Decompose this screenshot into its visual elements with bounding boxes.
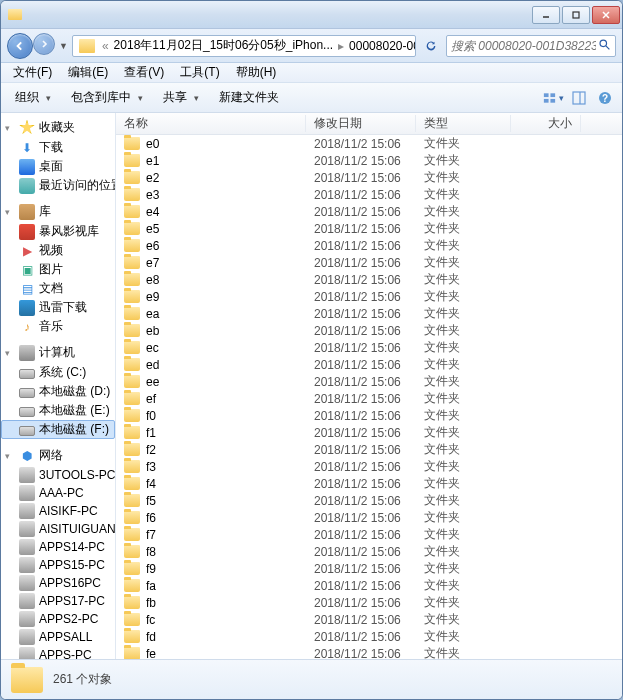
file-list[interactable]: e02018/11/2 15:06文件夹e12018/11/2 15:06文件夹… (116, 135, 622, 659)
minimize-button[interactable] (532, 6, 560, 24)
folder-row[interactable]: fe2018/11/2 15:06文件夹 (116, 645, 622, 659)
maximize-button[interactable] (562, 6, 590, 24)
folder-row[interactable]: ea2018/11/2 15:06文件夹 (116, 305, 622, 322)
nav-network-pc[interactable]: APPSALL (1, 628, 115, 646)
picture-icon: ▣ (19, 262, 35, 278)
menu-file[interactable]: 文件(F) (5, 62, 60, 83)
nav-desktop[interactable]: 桌面 (1, 157, 115, 176)
nav-network-pc[interactable]: APPS-PC (1, 646, 115, 659)
nav-network-pc[interactable]: 3UTOOLS-PC (1, 466, 115, 484)
nav-storm[interactable]: 暴风影视库 (1, 222, 115, 241)
nav-pictures[interactable]: ▣图片 (1, 260, 115, 279)
nav-music[interactable]: ♪音乐 (1, 317, 115, 336)
folder-row[interactable]: ed2018/11/2 15:06文件夹 (116, 356, 622, 373)
col-type[interactable]: 类型 (416, 115, 511, 132)
folder-row[interactable]: e92018/11/2 15:06文件夹 (116, 288, 622, 305)
nav-videos[interactable]: ▶视频 (1, 241, 115, 260)
folder-row[interactable]: e12018/11/2 15:06文件夹 (116, 152, 622, 169)
nav-libraries[interactable]: 库 (1, 201, 115, 222)
search-icon[interactable] (598, 38, 611, 54)
nav-drive-f[interactable]: 本地磁盘 (F:) (1, 420, 115, 439)
history-dropdown[interactable]: ▼ (59, 41, 68, 51)
search-box[interactable] (446, 35, 616, 57)
breadcrumb-item[interactable]: 00008020-001D38223A28002E (347, 39, 416, 53)
nav-xunlei[interactable]: 迅雷下载 (1, 298, 115, 317)
close-button[interactable] (592, 6, 620, 24)
folder-row[interactable]: ef2018/11/2 15:06文件夹 (116, 390, 622, 407)
folder-row[interactable]: f32018/11/2 15:06文件夹 (116, 458, 622, 475)
folder-row[interactable]: f72018/11/2 15:06文件夹 (116, 526, 622, 543)
folder-row[interactable]: e62018/11/2 15:06文件夹 (116, 237, 622, 254)
col-name[interactable]: 名称 (116, 115, 306, 132)
nav-item-label: APPSALL (39, 630, 92, 644)
folder-row[interactable]: eb2018/11/2 15:06文件夹 (116, 322, 622, 339)
file-date: 2018/11/2 15:06 (314, 171, 424, 185)
nav-network-pc[interactable]: APPS17-PC (1, 592, 115, 610)
back-button[interactable] (7, 33, 33, 59)
preview-pane-button[interactable] (568, 87, 590, 109)
folder-row[interactable]: e42018/11/2 15:06文件夹 (116, 203, 622, 220)
folder-row[interactable]: fd2018/11/2 15:06文件夹 (116, 628, 622, 645)
nav-computer[interactable]: 计算机 (1, 342, 115, 363)
pc-icon (19, 593, 35, 609)
folder-row[interactable]: fb2018/11/2 15:06文件夹 (116, 594, 622, 611)
folder-row[interactable]: fa2018/11/2 15:06文件夹 (116, 577, 622, 594)
folder-row[interactable]: f22018/11/2 15:06文件夹 (116, 441, 622, 458)
nav-documents[interactable]: ▤文档 (1, 279, 115, 298)
nav-network[interactable]: ⬢网络 (1, 445, 115, 466)
nav-network-pc[interactable]: APPS16PC (1, 574, 115, 592)
star-icon (19, 120, 35, 136)
nav-drive-e[interactable]: 本地磁盘 (E:) (1, 401, 115, 420)
address-box[interactable]: « 2018年11月02日_15时06分05秒_iPhon... ▸ 00008… (72, 35, 416, 57)
menu-edit[interactable]: 编辑(E) (60, 62, 116, 83)
nav-network-pc[interactable]: APPS2-PC (1, 610, 115, 628)
help-button[interactable]: ? (594, 87, 616, 109)
folder-row[interactable]: e72018/11/2 15:06文件夹 (116, 254, 622, 271)
navigation-pane[interactable]: 收藏夹 ⬇下载 桌面 最近访问的位置 库 暴风影视库 ▶视频 ▣图片 ▤文档 迅… (1, 113, 116, 659)
folder-row[interactable]: f52018/11/2 15:06文件夹 (116, 492, 622, 509)
folder-row[interactable]: e22018/11/2 15:06文件夹 (116, 169, 622, 186)
folder-row[interactable]: fc2018/11/2 15:06文件夹 (116, 611, 622, 628)
breadcrumb-item[interactable]: 2018年11月02日_15时06分05秒_iPhon... (112, 37, 335, 54)
folder-row[interactable]: f62018/11/2 15:06文件夹 (116, 509, 622, 526)
folder-row[interactable]: f12018/11/2 15:06文件夹 (116, 424, 622, 441)
search-input[interactable] (451, 39, 596, 53)
organize-button[interactable]: 组织 (7, 86, 59, 109)
nav-network-pc[interactable]: AISITUIGUANG (1, 520, 115, 538)
folder-row[interactable]: ec2018/11/2 15:06文件夹 (116, 339, 622, 356)
folder-row[interactable]: f92018/11/2 15:06文件夹 (116, 560, 622, 577)
nav-network-pc[interactable]: APPS15-PC (1, 556, 115, 574)
menu-tools[interactable]: 工具(T) (172, 62, 227, 83)
view-mode-button[interactable]: ▾ (542, 87, 564, 109)
menu-view[interactable]: 查看(V) (116, 62, 172, 83)
nav-drive-d[interactable]: 本地磁盘 (D:) (1, 382, 115, 401)
nav-network-pc[interactable]: AAA-PC (1, 484, 115, 502)
nav-recent[interactable]: 最近访问的位置 (1, 176, 115, 195)
titlebar[interactable] (1, 1, 622, 29)
folder-row[interactable]: f42018/11/2 15:06文件夹 (116, 475, 622, 492)
nav-downloads[interactable]: ⬇下载 (1, 138, 115, 157)
file-date: 2018/11/2 15:06 (314, 205, 424, 219)
folder-row[interactable]: e52018/11/2 15:06文件夹 (116, 220, 622, 237)
folder-row[interactable]: f82018/11/2 15:06文件夹 (116, 543, 622, 560)
include-in-library-button[interactable]: 包含到库中 (63, 86, 151, 109)
share-button[interactable]: 共享 (155, 86, 207, 109)
folder-row[interactable]: f02018/11/2 15:06文件夹 (116, 407, 622, 424)
folder-row[interactable]: ee2018/11/2 15:06文件夹 (116, 373, 622, 390)
new-folder-button[interactable]: 新建文件夹 (211, 86, 287, 109)
refresh-button[interactable] (420, 35, 442, 57)
folder-row[interactable]: e32018/11/2 15:06文件夹 (116, 186, 622, 203)
col-size[interactable]: 大小 (511, 115, 581, 132)
file-date: 2018/11/2 15:06 (314, 256, 424, 270)
nav-network-pc[interactable]: AISIKF-PC (1, 502, 115, 520)
nav-item-label: AISIKF-PC (39, 504, 98, 518)
menu-help[interactable]: 帮助(H) (228, 62, 285, 83)
forward-button[interactable] (33, 33, 55, 55)
nav-network-pc[interactable]: APPS14-PC (1, 538, 115, 556)
nav-favorites[interactable]: 收藏夹 (1, 117, 115, 138)
col-date[interactable]: 修改日期 (306, 115, 416, 132)
nav-drive-c[interactable]: 系统 (C:) (1, 363, 115, 382)
folder-row[interactable]: e82018/11/2 15:06文件夹 (116, 271, 622, 288)
file-date: 2018/11/2 15:06 (314, 528, 424, 542)
folder-row[interactable]: e02018/11/2 15:06文件夹 (116, 135, 622, 152)
